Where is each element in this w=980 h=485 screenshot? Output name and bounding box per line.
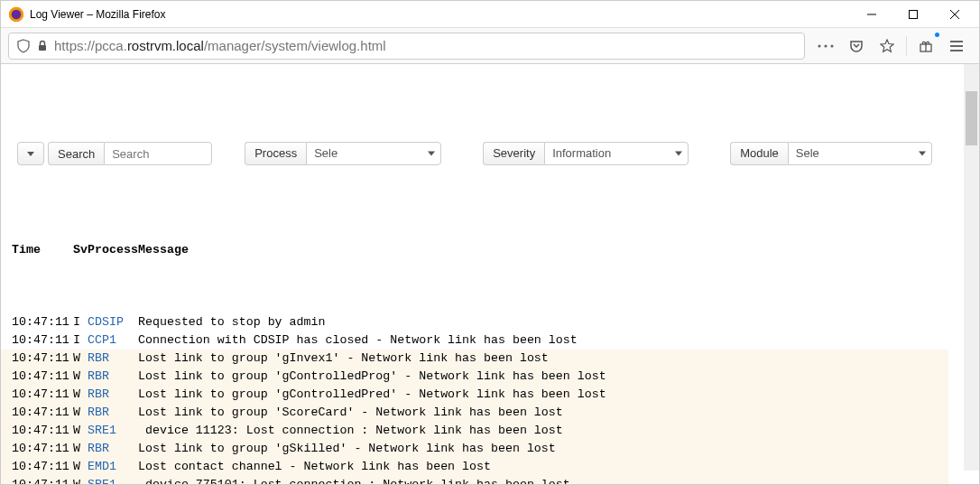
cell-severity: I	[73, 331, 88, 350]
cell-process[interactable]: EMD1	[88, 458, 138, 476]
close-button[interactable]	[934, 1, 975, 28]
log-row: 10:47:11W SRE1 device 775101: Lost conne…	[1, 476, 948, 485]
cell-process[interactable]: RBR	[88, 368, 138, 386]
cell-message: Lost contact channel - Network link has …	[138, 458, 948, 476]
cell-process[interactable]: RBR	[88, 350, 138, 368]
cell-message: Lost link to group 'gControlledPred' - N…	[138, 386, 948, 404]
svg-rect-2	[910, 10, 918, 18]
log-row: 10:47:11W RBR Lost link to group 'gInvex…	[1, 350, 948, 368]
log-row: 10:47:11W RBR Lost link to group 'gContr…	[1, 386, 948, 404]
log-row: 10:47:11W RBR Lost link to group 'gContr…	[1, 368, 948, 386]
header-time: Time	[12, 241, 73, 259]
svg-point-8	[830, 44, 833, 47]
search-input[interactable]	[104, 142, 212, 165]
firefox-icon	[8, 6, 24, 23]
svg-point-7	[824, 44, 827, 47]
cell-time: 10:47:11	[12, 476, 73, 485]
notification-dot	[935, 33, 939, 37]
cell-process[interactable]: SRE1	[88, 476, 138, 485]
cell-time: 10:47:11	[12, 331, 73, 350]
log-row: 10:47:11W RBR Lost link to group 'gSkill…	[1, 440, 948, 458]
cell-severity: W	[73, 404, 88, 422]
cell-severity: W	[73, 386, 88, 404]
log-row: 10:47:11I CCP1 Connection with CDSIP has…	[1, 331, 948, 350]
log-row: 10:47:11W SRE1 device 11123: Lost connec…	[1, 422, 948, 440]
process-filter-select[interactable]: Sele	[306, 142, 441, 165]
cell-severity: W	[73, 422, 88, 440]
cell-process[interactable]: RBR	[88, 404, 138, 422]
svg-rect-5	[39, 45, 46, 51]
log-row: 10:47:11W RBR Lost link to group 'ScoreC…	[1, 404, 948, 422]
log-row: 10:47:11I CDSIP Requested to stop by adm…	[1, 313, 948, 331]
cell-time: 10:47:11	[12, 422, 73, 440]
cell-process[interactable]: RBR	[88, 386, 138, 404]
cell-process[interactable]: SRE1	[88, 422, 138, 440]
search-button[interactable]: Search	[48, 142, 104, 165]
browser-navbar: https://pcca.rostrvm.local/manager/syste…	[1, 28, 979, 64]
maximize-button[interactable]	[892, 1, 934, 28]
header-message: Message	[138, 241, 948, 259]
module-filter-select[interactable]: Sele	[788, 142, 932, 165]
url-text: https://pcca.rostrvm.local/manager/syste…	[54, 38, 386, 53]
cell-time: 10:47:11	[12, 458, 73, 476]
log-header-row: TimeSvProcessMessage	[1, 241, 948, 259]
content-area: Search Process Sele Severity Information…	[1, 64, 979, 485]
cell-severity: I	[73, 313, 88, 331]
cell-message: Lost link to group 'gSkilled' - Network …	[138, 440, 948, 458]
bookmark-star-icon[interactable]	[872, 33, 902, 60]
log-row: 10:47:11W EMD1 Lost contact channel - Ne…	[1, 458, 948, 476]
cell-process[interactable]: RBR	[88, 440, 138, 458]
url-bar[interactable]: https://pcca.rostrvm.local/manager/syste…	[8, 33, 805, 60]
scrollbar-thumb[interactable]	[966, 91, 977, 145]
menu-icon[interactable]	[941, 33, 972, 60]
vertical-scrollbar[interactable]	[964, 64, 979, 471]
header-sv: Sv	[73, 241, 88, 259]
process-filter-label: Process	[245, 142, 306, 165]
module-filter-label: Module	[730, 142, 788, 165]
lock-icon[interactable]	[36, 40, 49, 52]
cell-time: 10:47:11	[12, 440, 73, 458]
caret-down-icon	[27, 152, 34, 156]
header-process: Process	[88, 241, 138, 259]
filter-toolbar: Search Process Sele Severity Information…	[1, 136, 948, 169]
cell-time: 10:47:11	[12, 350, 73, 368]
window-title: Log Viewer – Mozilla Firefox	[30, 8, 166, 21]
cell-message: Lost link to group 'ScoreCard' - Network…	[138, 404, 948, 422]
cell-message: Requested to stop by admin	[138, 313, 948, 331]
options-dropdown-button[interactable]	[17, 142, 44, 165]
caret-down-icon	[675, 152, 682, 156]
pocket-icon[interactable]	[841, 33, 872, 60]
caret-down-icon	[428, 152, 435, 156]
cell-message: Lost link to group 'gInvex1' - Network l…	[138, 350, 948, 368]
severity-filter-label: Severity	[483, 142, 544, 165]
cell-message: Lost link to group 'gControlledProg' - N…	[138, 368, 948, 386]
cell-severity: W	[73, 476, 88, 485]
svg-point-6	[818, 44, 820, 47]
cell-severity: W	[73, 350, 88, 368]
cell-time: 10:47:11	[12, 386, 73, 404]
tracking-shield-icon[interactable]	[16, 39, 31, 53]
log-body: Search Process Sele Severity Information…	[1, 64, 948, 485]
cell-time: 10:47:11	[12, 404, 73, 422]
cell-time: 10:47:11	[12, 368, 73, 386]
cell-severity: W	[73, 458, 88, 476]
page-actions-button[interactable]	[810, 33, 841, 60]
cell-severity: W	[73, 440, 88, 458]
cell-message: device 775101: Lost connection : Network…	[138, 476, 948, 485]
cell-process[interactable]: CDSIP	[88, 313, 138, 331]
severity-filter-select[interactable]: Information	[544, 142, 689, 165]
titlebar: Log Viewer – Mozilla Firefox	[1, 1, 979, 28]
caret-down-icon	[919, 152, 926, 156]
cell-message: Connection with CDSIP has closed - Netwo…	[138, 331, 948, 350]
cell-severity: W	[73, 368, 88, 386]
cell-time: 10:47:11	[12, 313, 73, 331]
cell-process[interactable]: CCP1	[88, 331, 138, 350]
minimize-button[interactable]	[851, 1, 892, 28]
cell-message: device 11123: Lost connection : Network …	[138, 422, 948, 440]
library-gift-icon[interactable]	[911, 33, 941, 60]
